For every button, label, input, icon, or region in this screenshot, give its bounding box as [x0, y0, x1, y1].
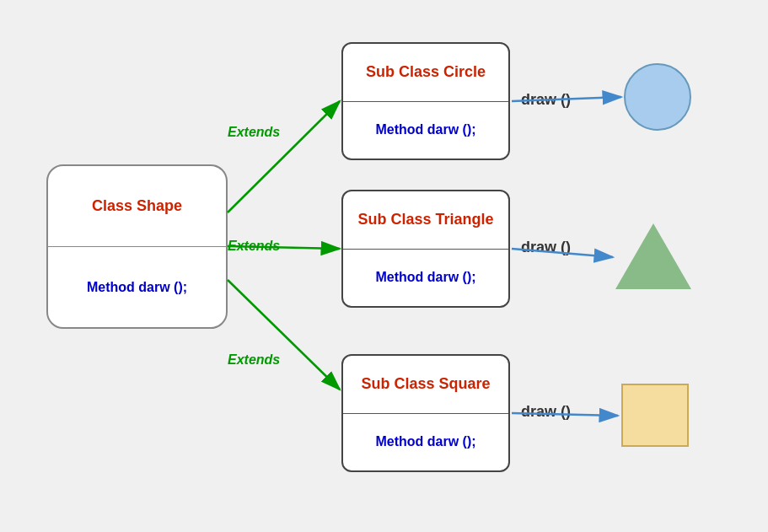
- class-shape-method-area: Method darw ();: [48, 247, 226, 327]
- triangle-shape: [615, 223, 691, 289]
- class-shape-method: Method darw ();: [87, 280, 187, 295]
- circle-shape: [624, 63, 691, 131]
- sub-square-method-area: Method darw ();: [343, 414, 508, 471]
- class-shape-title-area: Class Shape: [48, 166, 226, 247]
- sub-square-title-area: Sub Class Square: [343, 356, 508, 414]
- draw-label-circle: draw (): [521, 91, 571, 109]
- draw-label-triangle: draw (): [521, 239, 571, 256]
- sub-class-triangle-box: Sub Class Triangle Method darw ();: [341, 190, 510, 308]
- sub-class-square-box: Sub Class Square Method darw ();: [341, 354, 510, 472]
- sub-triangle-method: Method darw ();: [375, 270, 475, 285]
- class-shape-box: Class Shape Method darw ();: [46, 164, 228, 329]
- square-shape: [621, 384, 689, 447]
- extends-label-triangle: Extends: [228, 239, 280, 254]
- sub-triangle-method-area: Method darw ();: [343, 250, 508, 307]
- sub-triangle-title: Sub Class Triangle: [357, 211, 493, 228]
- sub-circle-title-area: Sub Class Circle: [343, 44, 508, 102]
- sub-circle-title: Sub Class Circle: [366, 63, 486, 81]
- sub-square-method: Method darw ();: [375, 434, 475, 449]
- draw-label-square: draw (): [521, 403, 571, 421]
- sub-square-title: Sub Class Square: [361, 375, 490, 393]
- extends-label-circle: Extends: [228, 125, 280, 140]
- sub-class-circle-box: Sub Class Circle Method darw ();: [341, 42, 510, 160]
- arrow-to-circle: [228, 101, 340, 212]
- arrow-to-square: [228, 280, 340, 390]
- extends-label-square: Extends: [228, 352, 280, 368]
- sub-circle-method-area: Method darw ();: [343, 102, 508, 159]
- sub-triangle-title-area: Sub Class Triangle: [343, 191, 508, 250]
- class-shape-title: Class Shape: [92, 197, 182, 215]
- sub-circle-method: Method darw ();: [375, 122, 475, 137]
